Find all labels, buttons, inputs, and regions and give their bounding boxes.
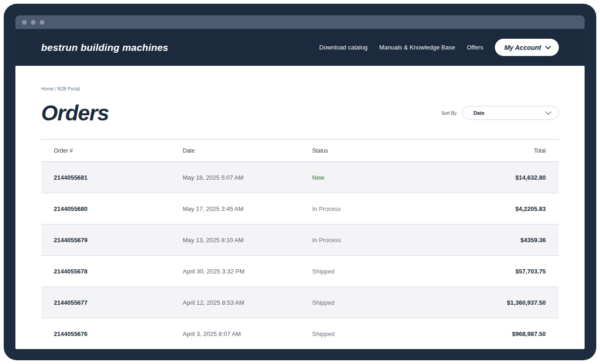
table-row[interactable]: 2144055679 May 13, 2025 8:10 AM In Proce… [41, 224, 559, 256]
table-row[interactable]: 2144055676 April 3, 2025 8:07 AM Shipped… [41, 318, 559, 349]
order-number-cell: 2144055679 [41, 237, 170, 244]
order-number-cell: 2144055680 [41, 205, 170, 212]
table-row[interactable]: 2144055677 April 12, 2025 8:53 AM Shippe… [41, 287, 559, 318]
order-number-cell: 2144055678 [41, 268, 170, 275]
order-total-cell: $57,703.75 [440, 268, 559, 275]
order-date-cell: April 30, 2025 3:32 PM [170, 268, 300, 275]
window-control-dot [31, 20, 36, 25]
order-date-cell: May 17, 2025 3:45 AM [170, 205, 300, 212]
browser-window: bestrun building machines Download catal… [15, 15, 585, 349]
order-total-cell: $1,360,937.50 [440, 299, 559, 306]
window-titlebar [15, 15, 585, 29]
order-date-cell: April 12, 2025 8:53 AM [170, 299, 300, 306]
order-date-cell: May 18, 2025 5:07 AM [170, 174, 300, 181]
nav-item-download-catalog[interactable]: Download catalog [319, 44, 367, 51]
title-row: Orders Sort By Date [41, 102, 559, 124]
sort-by-selected-value: Date [473, 110, 485, 116]
sort-by-label: Sort By [441, 111, 457, 116]
order-status-cell: New [300, 174, 440, 181]
orders-table: Order # Date Status Total 2144055681 May… [41, 139, 559, 349]
sort-group: Sort By Date [441, 106, 559, 120]
table-row[interactable]: 2144055681 May 18, 2025 5:07 AM New $14,… [41, 162, 559, 193]
brand-logo[interactable]: bestrun building machines [41, 42, 168, 53]
chevron-down-icon [545, 46, 551, 49]
order-number-cell: 2144055677 [41, 299, 170, 306]
page: { "header": { "logo": "bestrun building … [0, 0, 600, 364]
order-status-cell: In Process [300, 205, 440, 212]
chevron-down-icon [545, 111, 551, 115]
breadcrumb[interactable]: Home / B2B Portal [41, 66, 559, 91]
nav-item-manuals-knowledge-base[interactable]: Manuals & Knowledge Base [379, 44, 455, 51]
column-header-total: Total [440, 147, 559, 154]
order-total-cell: $968,987.50 [440, 330, 559, 337]
order-status-cell: Shipped [300, 299, 440, 306]
site-header: bestrun building machines Download catal… [15, 29, 585, 66]
sort-by-dropdown[interactable]: Date [462, 106, 559, 120]
window-control-dot [40, 20, 44, 25]
nav-item-offers[interactable]: Offers [467, 44, 483, 51]
column-header-order: Order # [41, 147, 170, 154]
order-status-cell: Shipped [300, 268, 440, 275]
main-nav: Download catalog Manuals & Knowledge Bas… [319, 39, 559, 56]
my-account-label: My Account [504, 44, 541, 51]
page-body: Home / B2B Portal Orders Sort By Date Or… [15, 66, 585, 349]
table-row[interactable]: 2144055678 April 30, 2025 3:32 PM Shippe… [41, 256, 559, 287]
page-title: Orders [41, 102, 441, 124]
column-header-status: Status [300, 147, 440, 154]
order-total-cell: $4,2205.83 [440, 205, 559, 212]
order-date-cell: May 13, 2025 8:10 AM [170, 237, 300, 244]
table-header-row: Order # Date Status Total [41, 139, 559, 162]
order-status-cell: Shipped [300, 330, 440, 337]
table-row[interactable]: 2144055680 May 17, 2025 3:45 AM In Proce… [41, 193, 559, 224]
window-control-dot [22, 20, 27, 25]
table-body: 2144055681 May 18, 2025 5:07 AM New $14,… [41, 162, 559, 349]
order-date-cell: April 3, 2025 8:07 AM [170, 330, 300, 337]
my-account-button[interactable]: My Account [495, 39, 559, 56]
order-number-cell: 2144055676 [41, 330, 170, 337]
order-total-cell: $4359.36 [440, 237, 559, 244]
order-total-cell: $14,632.80 [440, 174, 559, 181]
order-status-cell: In Process [300, 237, 440, 244]
column-header-date: Date [170, 147, 300, 154]
order-number-cell: 2144055681 [41, 174, 170, 181]
device-frame: bestrun building machines Download catal… [4, 4, 596, 360]
